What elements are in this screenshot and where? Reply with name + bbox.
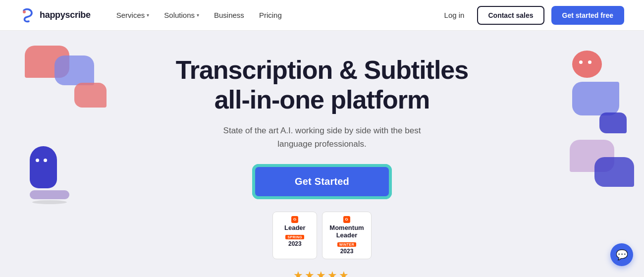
character-bubble-right: [572, 82, 619, 115]
hero-title: Transcription & Subtitles all-in-one pla…: [176, 55, 468, 115]
logo-text: happyscribe: [40, 10, 91, 20]
g2-logo-2: G: [343, 216, 350, 223]
navbar: happyscribe Services ▾ Solutions ▾ Busin…: [0, 0, 644, 31]
illustration-right: [525, 41, 634, 209]
bubble-right-3: [594, 157, 634, 187]
badge-title-2: MomentumLeader: [329, 224, 364, 239]
character-right: [572, 51, 619, 115]
nav-business[interactable]: Business: [208, 7, 250, 23]
eye-right-1: [579, 60, 583, 64]
character-shadow-left: [32, 200, 67, 204]
badge-season-2: WINTER: [337, 242, 357, 247]
nav-links: Services ▾ Solutions ▾ Business Pricing: [110, 7, 438, 23]
eye-left-1: [36, 159, 39, 162]
illustration-left: [10, 41, 119, 209]
svg-point-0: [23, 10, 26, 13]
nav-services[interactable]: Services ▾: [110, 7, 156, 23]
badge-momentum: G MomentumLeader WINTER 2023: [322, 212, 371, 259]
bubble-left-1: [25, 46, 69, 78]
badges-section: G Leader SPRING 2023 G MomentumLeader WI…: [176, 212, 468, 259]
bubble-right-2: [570, 140, 614, 172]
star-rating: ★★★★★: [176, 269, 468, 277]
logo-icon: [20, 7, 36, 23]
hero-subtitle: State of the art A.I. working side by si…: [176, 124, 468, 151]
chevron-down-icon: ▾: [197, 12, 199, 18]
character-body-left: [30, 146, 57, 188]
badge-leader: G Leader SPRING 2023: [272, 212, 317, 259]
character-head-right: [572, 51, 602, 78]
chevron-down-icon: ▾: [147, 12, 149, 18]
contact-sales-button[interactable]: Contact sales: [477, 6, 544, 25]
chat-fab-button[interactable]: 💬: [610, 243, 633, 266]
g2-logo-1: G: [291, 216, 298, 223]
logo[interactable]: happyscribe: [20, 7, 91, 23]
nav-pricing[interactable]: Pricing: [253, 7, 288, 23]
bubble-left-3: [74, 83, 107, 108]
badge-year-1: 2023: [280, 240, 310, 247]
chat-icon: 💬: [616, 249, 628, 261]
badge-title-1: Leader: [280, 224, 310, 231]
login-button[interactable]: Log in: [438, 7, 471, 23]
bubble-left-2: [54, 55, 94, 85]
nav-solutions[interactable]: Solutions ▾: [158, 7, 205, 23]
hero-section: Transcription & Subtitles all-in-one pla…: [0, 31, 644, 277]
eye-right-2: [588, 60, 591, 64]
character-foot-left: [30, 190, 69, 199]
nav-right: Log in Contact sales Get started free: [438, 6, 624, 25]
hero-cta-button[interactable]: Get Started: [254, 166, 390, 198]
get-started-nav-button[interactable]: Get started free: [551, 6, 624, 25]
character-left: [30, 146, 69, 204]
badge-year-2: 2023: [329, 248, 364, 255]
eye-left-2: [44, 159, 47, 162]
bubble-right-1: [599, 112, 627, 133]
badge-season-1: SPRING: [285, 235, 304, 239]
hero-content: Transcription & Subtitles all-in-one pla…: [176, 55, 468, 277]
